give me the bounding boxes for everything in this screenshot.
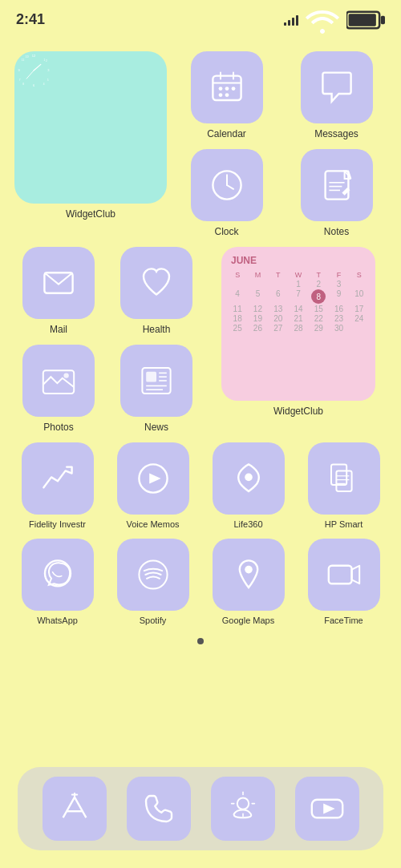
spotify-app[interactable]: Spotify: [110, 539, 196, 625]
svg-point-21: [218, 87, 222, 91]
spotify-icon[interactable]: [117, 539, 189, 611]
life360-svg: [229, 459, 268, 498]
svg-point-22: [225, 87, 229, 91]
messages-label: Messages: [314, 128, 358, 139]
svg-rect-47: [331, 464, 346, 485]
news-app[interactable]: News: [112, 345, 200, 433]
svg-text:10: 10: [26, 55, 29, 59]
appstore-dock-icon[interactable]: [43, 777, 107, 841]
svg-point-54: [245, 566, 253, 574]
widgetclub-clock-face: 12 3 6 9 1 5 11 10 7 8 4 2: [14, 51, 167, 204]
svg-text:7: 7: [19, 79, 21, 82]
life360-icon[interactable]: [213, 442, 285, 515]
voicememos-app[interactable]: Voice Memos: [110, 442, 196, 529]
svg-line-28: [227, 185, 233, 189]
googlemaps-app[interactable]: Google Maps: [205, 539, 291, 625]
googlemaps-icon[interactable]: [213, 539, 285, 611]
appstore-svg: [55, 789, 94, 828]
youtube-dock-icon[interactable]: [295, 777, 359, 841]
calendar-widget-label: WidgetClub: [273, 406, 323, 417]
fidelity-label: Fidelity Investr: [29, 519, 86, 529]
svg-text:9: 9: [18, 68, 20, 72]
notes-svg: [318, 166, 356, 204]
calendar-grid: S M T W T F S 1 2 3 4 5 6: [228, 271, 369, 333]
voicememos-svg: [134, 459, 172, 498]
hpsmart-icon[interactable]: [308, 442, 380, 515]
wifi-icon: [303, 1, 342, 39]
youtube-svg: [308, 789, 346, 828]
calendar-icon[interactable]: [191, 51, 263, 123]
weather-dock-icon[interactable]: [211, 777, 275, 841]
status-icons: [284, 1, 385, 39]
mail-label: Mail: [50, 324, 67, 335]
widgetclub-widget[interactable]: 12 3 6 9 1 5 11 10 7 8 4 2: [14, 51, 167, 220]
fidelity-svg: [38, 459, 77, 498]
row5: WhatsApp Spotify Google Maps: [14, 539, 387, 625]
hpsmart-svg: [325, 459, 363, 498]
svg-line-15: [26, 71, 34, 79]
widgetclub-calendar-widget[interactable]: JUNE S M T W T F S 1 2 3 4: [210, 247, 387, 417]
facetime-app[interactable]: FaceTime: [301, 539, 387, 625]
news-icon[interactable]: [120, 345, 192, 417]
photos-label: Photos: [43, 422, 73, 433]
calendar-label: Calendar: [207, 128, 246, 139]
clock-label: Clock: [214, 226, 238, 237]
appstore-dock-item[interactable]: [43, 777, 107, 841]
life360-app[interactable]: Life360: [205, 442, 291, 529]
facetime-icon[interactable]: [308, 539, 380, 611]
mail-app[interactable]: Mail: [14, 247, 103, 335]
svg-marker-56: [351, 566, 359, 583]
hpsmart-app[interactable]: HP Smart: [301, 442, 387, 529]
messages-svg: [318, 68, 356, 107]
clock-app[interactable]: Clock: [176, 149, 277, 237]
googlemaps-svg: [229, 555, 268, 594]
calendar-svg: [208, 68, 246, 107]
svg-text:1: 1: [43, 59, 45, 62]
svg-text:4: 4: [43, 83, 45, 86]
youtube-dock-item[interactable]: [295, 777, 359, 841]
photos-app[interactable]: Photos: [14, 345, 103, 433]
life360-label: Life360: [233, 519, 262, 529]
svg-text:3: 3: [47, 68, 50, 72]
mail-icon[interactable]: [22, 247, 95, 319]
svg-line-16: [34, 64, 41, 71]
svg-text:6: 6: [33, 83, 35, 87]
fidelity-icon[interactable]: [22, 442, 94, 515]
svg-point-25: [225, 93, 229, 97]
news-svg: [137, 361, 176, 400]
svg-point-53: [139, 560, 167, 588]
messages-app[interactable]: Messages: [286, 51, 387, 139]
calendar-month: JUNE: [228, 255, 369, 266]
phone-dock-icon[interactable]: [127, 777, 191, 841]
mail-svg: [39, 264, 78, 302]
svg-point-36: [63, 373, 68, 377]
notes-app[interactable]: Notes: [286, 149, 387, 237]
voicememos-label: Voice Memos: [126, 519, 179, 529]
fidelity-app[interactable]: Fidelity Investr: [14, 442, 100, 529]
whatsapp-icon[interactable]: [22, 539, 94, 611]
hpsmart-label: HP Smart: [325, 519, 363, 529]
health-label: Health: [143, 324, 171, 335]
phone-dock-item[interactable]: [127, 777, 191, 841]
photos-icon[interactable]: [22, 345, 95, 417]
phone-svg: [140, 789, 178, 828]
weather-dock-item[interactable]: [211, 777, 275, 841]
svg-rect-2: [381, 15, 385, 23]
whatsapp-svg: [38, 555, 77, 594]
clock-icon[interactable]: [191, 149, 263, 221]
whatsapp-app[interactable]: WhatsApp: [14, 539, 100, 625]
svg-rect-55: [328, 566, 351, 583]
notes-label: Notes: [324, 226, 349, 237]
health-app[interactable]: Health: [112, 247, 200, 335]
svg-rect-38: [146, 372, 156, 382]
notes-icon[interactable]: [301, 149, 373, 221]
voicememos-icon[interactable]: [117, 442, 189, 515]
health-svg: [137, 264, 176, 302]
svg-point-24: [218, 93, 222, 97]
health-icon[interactable]: [120, 247, 192, 319]
svg-text:11: 11: [22, 59, 25, 62]
calendar-app[interactable]: Calendar: [176, 51, 277, 139]
photos-svg: [39, 361, 78, 400]
messages-icon[interactable]: [301, 51, 373, 123]
weather-svg: [224, 789, 262, 828]
